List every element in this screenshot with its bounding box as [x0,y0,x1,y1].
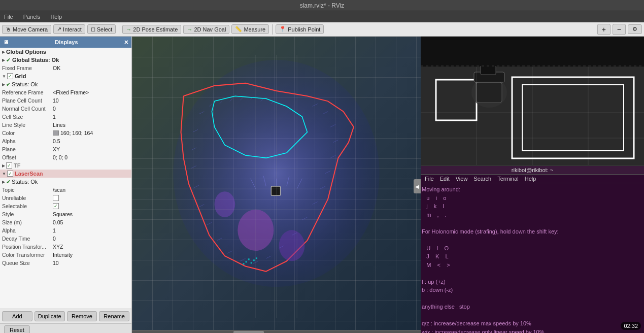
grid-status-expand: ▶ [2,82,5,87]
displays-icon: 🖥 [3,39,9,45]
menu-help[interactable]: Help [48,13,64,21]
svg-rect-7 [251,262,252,263]
camera-settings-button[interactable]: ⚙ [628,24,642,34]
terminal-menu-search[interactable]: Search [473,176,491,182]
terminal-line-15 [422,311,643,320]
add-button[interactable]: Add [2,311,32,321]
tf-checkbox[interactable] [6,162,12,169]
terminal-menu-file[interactable]: File [425,176,434,182]
camera-minus-button[interactable]: − [613,24,626,35]
color-transformer-label: Color Transformer [2,252,53,258]
global-status-label: Global Status: Ok [12,57,59,63]
grid-row[interactable]: ▼ Grid [0,72,131,80]
unreliable-row: Unreliable [0,194,131,202]
normal-cell-count-row: Normal Cell Count 0 [0,105,131,113]
plane-cell-count-row: Plane Cell Count 10 [0,96,131,105]
reference-frame-value: <Fixed Frame> [53,89,89,95]
toolbar: 🖱 Move Camera ↗ Interact ◻ Select → 2D P… [0,22,644,37]
2d-pose-button[interactable]: → 2D Pose Estimate [122,25,181,34]
terminal-line-1: u i o [422,194,643,203]
global-status-row[interactable]: ▶ ✔ Global Status: Ok [0,56,131,64]
hscroll-thumb[interactable] [233,331,264,333]
position-transformer-value: XYZ [53,244,63,250]
move-camera-button[interactable]: 🖱 Move Camera [2,25,51,34]
laserscan-ok-icon: ✔ [6,179,11,185]
publish-point-button[interactable]: 📍 Publish Point [276,24,324,34]
select-label: Select [97,26,113,32]
grid-status-label: Status: Ok [12,81,38,87]
terminal-line-0: Moving around: [422,185,643,194]
terminal-title-text: rikibot@rikibot: ~ [512,167,553,173]
panel-collapse-arrow[interactable]: ◀ [414,179,421,193]
plane-row: Plane XY [0,145,131,153]
interact-button[interactable]: ↗ Interact [53,24,85,34]
remove-button[interactable]: Remove [67,311,97,321]
duplicate-button[interactable]: Duplicate [35,311,65,321]
normal-cell-count-label: Normal Cell Count [2,106,53,112]
terminal-line-9: M < > [422,261,643,270]
tf-row[interactable]: ▶ TF [0,161,131,170]
collapse-chevron-icon: ◀ [415,184,419,189]
toolbar-separator-2 [272,24,273,35]
laserscan-label: LaserScan [15,171,43,177]
menu-file[interactable]: File [2,13,15,21]
plane-cell-count-value: 10 [53,97,59,104]
size-m-value: 0.05 [53,219,63,225]
color-transformer-row: Color Transformer Intensity [0,251,131,259]
grid-status-row: ▶ ✔ Status: Ok [0,80,131,88]
terminal-container: rikibot@rikibot: ~ File Edit View Search… [421,166,644,333]
svg-rect-5 [246,261,247,262]
displays-close-icon[interactable]: × [124,38,128,46]
unreliable-checkbox[interactable] [53,195,59,201]
publish-point-label: Publish Point [288,26,320,32]
title-bar: slam.rviz* - RViz [0,0,644,11]
position-transformer-label: Position Transfor... [2,244,53,250]
color-row: Color 160; 160; 164 [0,129,131,137]
grid-expand: ▼ [2,74,6,79]
grid-checkbox[interactable] [7,73,13,79]
laserscan-expand: ▼ [2,172,6,176]
interact-label: Interact [63,26,82,32]
global-options-row[interactable]: ▶ Global Options [0,48,131,56]
color-label: Color [2,130,53,136]
terminal-line-5: For Holonomic mode (strafing), hold down… [422,227,643,236]
horizontal-scrollbar[interactable] [132,330,421,333]
measure-button[interactable]: 📏 Measure [231,24,269,34]
laserscan-row[interactable]: ▼ LaserScan [0,170,131,178]
menu-panels[interactable]: Panels [21,13,43,21]
rviz-view[interactable]: ◀ [132,37,421,333]
clock-overlay: 02:32 [621,322,641,330]
terminal-menu-help[interactable]: Help [525,176,536,182]
decay-time-row: Decay Time 0 [0,235,131,243]
terminal-menu-bar: File Edit View Search Terminal Help [421,175,644,183]
terminal-line-10 [422,269,643,278]
select-button[interactable]: ◻ Select [87,24,116,34]
color-transformer-value: Intensity [53,252,73,258]
offset-value: 0; 0; 0 [53,154,67,160]
terminal-menu-edit[interactable]: Edit [440,176,450,182]
size-m-row: Size (m) 0.05 [0,218,131,226]
fixed-frame-row: Fixed Frame OK [0,64,131,72]
decay-time-label: Decay Time [2,236,53,242]
camera-view-svg [421,37,644,166]
rename-button[interactable]: Rename [99,311,129,321]
laserscan-checkbox[interactable] [7,171,13,177]
queue-size-value: 10 [53,260,59,266]
pointcloud-svg [132,37,421,333]
move-camera-label: Move Camera [13,26,48,32]
terminal-menu-terminal[interactable]: Terminal [497,176,519,182]
laserscan-status-label: Status: Ok [12,179,38,185]
terminal-menu-view[interactable]: View [456,176,468,182]
terminal-line-16: q/z : increase/decrease max speeds by 10… [422,319,643,328]
camera-plus-button[interactable]: + [597,24,611,35]
2d-nav-button[interactable]: → 2D Nav Goal [183,25,229,34]
terminal-line-14: anything else : stop [422,303,643,311]
toolbar-separator-1 [119,24,119,35]
selectable-checkbox[interactable] [53,203,59,209]
decay-time-value: 0 [53,236,56,242]
laserscan-status-expand: ▶ [2,180,5,184]
fixed-frame-prop-value: OK [53,65,60,71]
reset-button[interactable]: Reset [4,325,30,333]
terminal-content[interactable]: Moving around: u i o j k l m , . For Hol… [421,183,644,333]
size-m-label: Size (m) [2,219,53,225]
